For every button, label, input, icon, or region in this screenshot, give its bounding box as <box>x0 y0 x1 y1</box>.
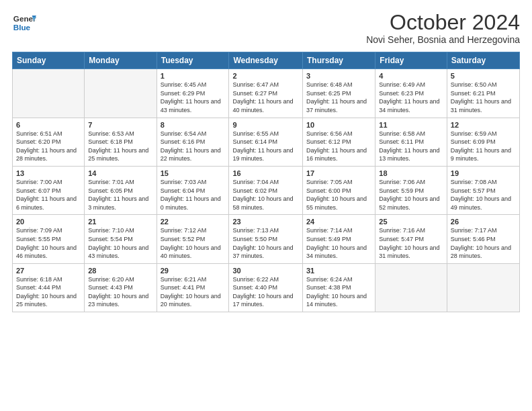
day-number: 11 <box>379 121 443 129</box>
page: General Blue October 2024 Novi Seher, Bo… <box>0 0 532 323</box>
table-row: 25Sunrise: 7:16 AM Sunset: 5:47 PM Dayli… <box>375 215 447 263</box>
table-row: 10Sunrise: 6:56 AM Sunset: 6:12 PM Dayli… <box>303 118 375 166</box>
table-row: 8Sunrise: 6:54 AM Sunset: 6:16 PM Daylig… <box>157 118 229 166</box>
day-info: Sunrise: 7:05 AM Sunset: 6:00 PM Dayligh… <box>306 178 371 212</box>
day-number: 7 <box>88 121 152 129</box>
table-row: 28Sunrise: 6:20 AM Sunset: 4:43 PM Dayli… <box>85 263 157 312</box>
day-info: Sunrise: 7:01 AM Sunset: 6:05 PM Dayligh… <box>88 178 152 212</box>
col-sunday: Sunday <box>13 52 85 69</box>
logo: General Blue <box>12 11 36 35</box>
day-number: 30 <box>232 267 299 275</box>
day-number: 21 <box>88 218 152 226</box>
table-row: 19Sunrise: 7:08 AM Sunset: 5:57 PM Dayli… <box>447 166 519 214</box>
day-number: 2 <box>232 72 299 80</box>
title-area: October 2024 Novi Seher, Bosnia and Herz… <box>366 11 520 45</box>
day-info: Sunrise: 7:00 AM Sunset: 6:07 PM Dayligh… <box>16 178 81 212</box>
day-info: Sunrise: 7:09 AM Sunset: 5:55 PM Dayligh… <box>16 226 81 260</box>
day-number: 27 <box>16 267 81 275</box>
day-info: Sunrise: 7:17 AM Sunset: 5:46 PM Dayligh… <box>451 226 516 260</box>
day-number: 4 <box>379 72 443 80</box>
table-row: 12Sunrise: 6:59 AM Sunset: 6:09 PM Dayli… <box>447 118 519 166</box>
day-number: 18 <box>379 169 443 177</box>
table-row: 21Sunrise: 7:10 AM Sunset: 5:54 PM Dayli… <box>85 215 157 263</box>
table-row: 6Sunrise: 6:51 AM Sunset: 6:20 PM Daylig… <box>13 118 85 166</box>
day-info: Sunrise: 6:55 AM Sunset: 6:14 PM Dayligh… <box>232 130 299 163</box>
day-number: 16 <box>232 169 299 177</box>
day-info: Sunrise: 7:16 AM Sunset: 5:47 PM Dayligh… <box>379 226 443 260</box>
day-number: 10 <box>306 121 371 129</box>
day-info: Sunrise: 6:49 AM Sunset: 6:23 PM Dayligh… <box>379 81 443 114</box>
day-info: Sunrise: 6:20 AM Sunset: 4:43 PM Dayligh… <box>88 275 152 309</box>
table-row: 29Sunrise: 6:21 AM Sunset: 4:41 PM Dayli… <box>157 263 229 312</box>
table-row: 26Sunrise: 7:17 AM Sunset: 5:46 PM Dayli… <box>447 215 519 263</box>
table-row: 14Sunrise: 7:01 AM Sunset: 6:05 PM Dayli… <box>85 166 157 214</box>
day-number: 31 <box>306 267 371 275</box>
day-number: 23 <box>232 218 299 226</box>
table-row <box>447 263 519 312</box>
table-row <box>375 263 447 312</box>
day-number: 8 <box>161 121 226 129</box>
day-info: Sunrise: 6:22 AM Sunset: 4:40 PM Dayligh… <box>232 275 299 309</box>
calendar-week-row: 13Sunrise: 7:00 AM Sunset: 6:07 PM Dayli… <box>13 166 520 214</box>
table-row: 24Sunrise: 7:14 AM Sunset: 5:49 PM Dayli… <box>303 215 375 263</box>
day-number: 14 <box>88 169 152 177</box>
table-row: 1Sunrise: 6:45 AM Sunset: 6:29 PM Daylig… <box>157 69 229 118</box>
calendar-header-row: Sunday Monday Tuesday Wednesday Thursday… <box>13 52 520 69</box>
table-row: 11Sunrise: 6:58 AM Sunset: 6:11 PM Dayli… <box>375 118 447 166</box>
calendar-week-row: 20Sunrise: 7:09 AM Sunset: 5:55 PM Dayli… <box>13 215 520 263</box>
day-info: Sunrise: 6:59 AM Sunset: 6:09 PM Dayligh… <box>451 130 516 163</box>
day-number: 17 <box>306 169 371 177</box>
calendar-week-row: 1Sunrise: 6:45 AM Sunset: 6:29 PM Daylig… <box>13 69 520 118</box>
day-info: Sunrise: 6:24 AM Sunset: 4:38 PM Dayligh… <box>306 275 371 309</box>
day-info: Sunrise: 7:13 AM Sunset: 5:50 PM Dayligh… <box>232 226 299 260</box>
day-number: 3 <box>306 72 371 80</box>
table-row: 23Sunrise: 7:13 AM Sunset: 5:50 PM Dayli… <box>229 215 303 263</box>
day-info: Sunrise: 6:53 AM Sunset: 6:18 PM Dayligh… <box>88 130 152 163</box>
day-info: Sunrise: 6:51 AM Sunset: 6:20 PM Dayligh… <box>16 130 81 163</box>
day-info: Sunrise: 6:48 AM Sunset: 6:25 PM Dayligh… <box>306 81 371 114</box>
table-row <box>13 69 85 118</box>
day-info: Sunrise: 7:06 AM Sunset: 5:59 PM Dayligh… <box>379 178 443 212</box>
table-row: 5Sunrise: 6:50 AM Sunset: 6:21 PM Daylig… <box>447 69 519 118</box>
logo-icon: General Blue <box>12 11 36 35</box>
day-number: 19 <box>451 169 516 177</box>
calendar-table: Sunday Monday Tuesday Wednesday Thursday… <box>12 52 520 312</box>
table-row: 3Sunrise: 6:48 AM Sunset: 6:25 PM Daylig… <box>303 69 375 118</box>
svg-text:Blue: Blue <box>13 23 31 32</box>
day-number: 25 <box>379 218 443 226</box>
calendar-week-row: 6Sunrise: 6:51 AM Sunset: 6:20 PM Daylig… <box>13 118 520 166</box>
day-number: 6 <box>16 121 81 129</box>
day-info: Sunrise: 6:56 AM Sunset: 6:12 PM Dayligh… <box>306 130 371 163</box>
col-friday: Friday <box>375 52 447 69</box>
day-number: 13 <box>16 169 81 177</box>
calendar-week-row: 27Sunrise: 6:18 AM Sunset: 4:44 PM Dayli… <box>13 263 520 312</box>
table-row: 15Sunrise: 7:03 AM Sunset: 6:04 PM Dayli… <box>157 166 229 214</box>
day-info: Sunrise: 6:21 AM Sunset: 4:41 PM Dayligh… <box>161 275 226 309</box>
day-number: 29 <box>161 267 226 275</box>
day-info: Sunrise: 6:45 AM Sunset: 6:29 PM Dayligh… <box>161 81 226 114</box>
day-info: Sunrise: 6:54 AM Sunset: 6:16 PM Dayligh… <box>161 130 226 163</box>
day-info: Sunrise: 7:12 AM Sunset: 5:52 PM Dayligh… <box>161 226 226 260</box>
day-number: 28 <box>88 267 152 275</box>
table-row <box>85 69 157 118</box>
day-info: Sunrise: 7:10 AM Sunset: 5:54 PM Dayligh… <box>88 226 152 260</box>
day-info: Sunrise: 7:14 AM Sunset: 5:49 PM Dayligh… <box>306 226 371 260</box>
col-saturday: Saturday <box>447 52 519 69</box>
day-number: 15 <box>161 169 226 177</box>
month-title: October 2024 <box>366 11 520 34</box>
header: General Blue October 2024 Novi Seher, Bo… <box>12 11 520 45</box>
col-thursday: Thursday <box>303 52 375 69</box>
table-row: 22Sunrise: 7:12 AM Sunset: 5:52 PM Dayli… <box>157 215 229 263</box>
day-number: 22 <box>161 218 226 226</box>
day-info: Sunrise: 6:50 AM Sunset: 6:21 PM Dayligh… <box>451 81 516 114</box>
table-row: 31Sunrise: 6:24 AM Sunset: 4:38 PM Dayli… <box>303 263 375 312</box>
day-info: Sunrise: 7:03 AM Sunset: 6:04 PM Dayligh… <box>161 178 226 212</box>
day-number: 26 <box>451 218 516 226</box>
day-info: Sunrise: 7:08 AM Sunset: 5:57 PM Dayligh… <box>451 178 516 212</box>
location: Novi Seher, Bosnia and Herzegovina <box>366 34 520 45</box>
day-info: Sunrise: 7:04 AM Sunset: 6:02 PM Dayligh… <box>232 178 299 212</box>
day-number: 5 <box>451 72 516 80</box>
table-row: 30Sunrise: 6:22 AM Sunset: 4:40 PM Dayli… <box>229 263 303 312</box>
day-number: 24 <box>306 218 371 226</box>
table-row: 16Sunrise: 7:04 AM Sunset: 6:02 PM Dayli… <box>229 166 303 214</box>
